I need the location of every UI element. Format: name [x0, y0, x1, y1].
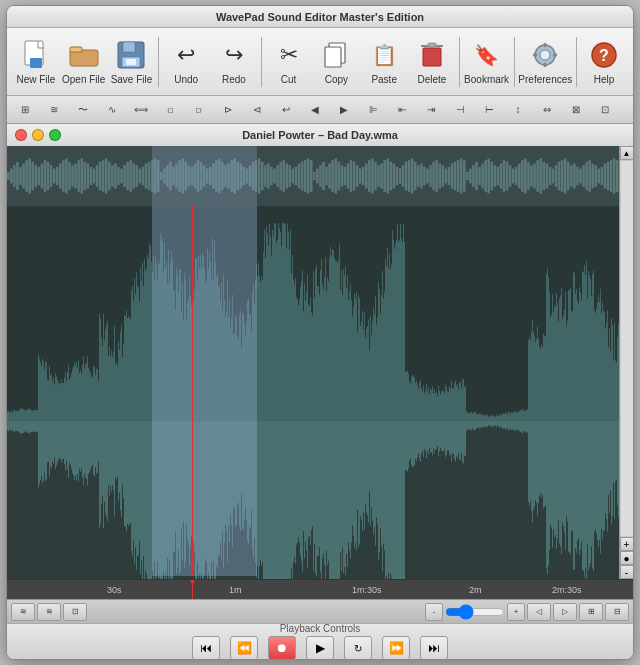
sec-btn-12[interactable]: ▶	[330, 99, 358, 121]
bookmark-icon: 🔖	[471, 39, 503, 71]
timeline: 30s 1m 1m:30s 2m 2m:30s	[7, 579, 633, 599]
timeline-label-30s: 30s	[107, 585, 122, 595]
sec-btn-19[interactable]: ⇔	[533, 99, 561, 121]
waveform-area[interactable]: ▲ + ● -	[7, 146, 633, 579]
redo-icon: ↪	[218, 39, 250, 71]
sec-btn-16[interactable]: ⊣	[446, 99, 474, 121]
file-title-bar: Daniel Powter – Bad Day.wma	[7, 124, 633, 146]
fast-forward-button[interactable]: ⏩	[382, 636, 410, 659]
copy-button[interactable]: Copy	[313, 33, 359, 91]
bottom-btn-nav-1[interactable]: ◁	[527, 603, 551, 621]
maximize-button[interactable]	[49, 129, 61, 141]
sec-btn-8[interactable]: ⊳	[214, 99, 242, 121]
sec-btn-18[interactable]: ↕	[504, 99, 532, 121]
bookmark-button[interactable]: 🔖 Bookmark	[464, 33, 510, 91]
svg-rect-9	[325, 47, 341, 67]
sec-btn-3[interactable]: 〜	[69, 99, 97, 121]
new-file-icon	[20, 39, 52, 71]
svg-rect-17	[533, 53, 537, 56]
skip-end-button[interactable]: ⏭	[420, 636, 448, 659]
minimize-button[interactable]	[32, 129, 44, 141]
playback-controls: ⏮ ⏪ ⏺ ▶ ↻ ⏩ ⏭	[192, 636, 448, 659]
sec-btn-20[interactable]: ⊠	[562, 99, 590, 121]
selection-region	[152, 206, 257, 576]
delete-button[interactable]: Delete	[409, 33, 455, 91]
sec-btn-2[interactable]: ≋	[40, 99, 68, 121]
bottom-btn-1[interactable]: ≋	[11, 603, 35, 621]
playback-controls-bar: Playback Controls ⏮ ⏪ ⏺ ▶ ↻ ⏩ ⏭	[7, 623, 633, 659]
svg-text:?: ?	[599, 47, 609, 64]
title-bar: WavePad Sound Editor Master's Edition	[7, 6, 633, 28]
cut-icon: ✂	[273, 39, 305, 71]
undo-button[interactable]: ↩ Undo	[163, 33, 209, 91]
separator-4	[514, 37, 515, 87]
new-file-button[interactable]: New File	[13, 33, 59, 91]
secondary-toolbar: ⊞ ≋ 〜 ∿ ⟺ ⟤ ⟥ ⊳ ⊲ ↩ ◀ ▶ ⊫ ⇤ ⇥ ⊣ ⊢ ↕ ⇔ ⊠ …	[7, 96, 633, 124]
svg-rect-10	[423, 48, 441, 66]
playback-label: Playback Controls	[280, 623, 361, 634]
sec-btn-10[interactable]: ↩	[272, 99, 300, 121]
sec-btn-14[interactable]: ⇤	[388, 99, 416, 121]
record-button[interactable]: ⏺	[268, 636, 296, 659]
file-title: Daniel Powter – Bad Day.wma	[242, 129, 398, 141]
sec-btn-7[interactable]: ⟥	[185, 99, 213, 121]
bottom-btn-3[interactable]: ⊡	[63, 603, 87, 621]
zoom-out-btn[interactable]: -	[425, 603, 443, 621]
svg-rect-3	[70, 47, 82, 52]
timeline-label-2m: 2m	[469, 585, 482, 595]
bottom-btn-nav-4[interactable]: ⊟	[605, 603, 629, 621]
save-file-button[interactable]: Save File	[109, 33, 155, 91]
timeline-label-1m30s: 1m:30s	[352, 585, 382, 595]
open-file-icon	[68, 39, 100, 71]
redo-button[interactable]: ↪ Redo	[211, 33, 257, 91]
open-file-button[interactable]: Open File	[61, 33, 107, 91]
cut-button[interactable]: ✂ Cut	[266, 33, 312, 91]
copy-icon	[320, 39, 352, 71]
close-button[interactable]	[15, 129, 27, 141]
preferences-icon	[529, 39, 561, 71]
sec-btn-15[interactable]: ⇥	[417, 99, 445, 121]
rewind-button[interactable]: ⏪	[230, 636, 258, 659]
sec-btn-11[interactable]: ◀	[301, 99, 329, 121]
timeline-label-1m: 1m	[229, 585, 242, 595]
sec-btn-4[interactable]: ∿	[98, 99, 126, 121]
zoom-in-btn[interactable]: +	[507, 603, 525, 621]
zoom-slider[interactable]	[445, 607, 505, 617]
sec-btn-17[interactable]: ⊢	[475, 99, 503, 121]
scroll-zoom-out[interactable]: -	[620, 565, 634, 579]
bottom-btn-2[interactable]: ≋	[37, 603, 61, 621]
svg-rect-18	[553, 53, 557, 56]
separator-2	[261, 37, 262, 87]
svg-rect-12	[428, 43, 436, 47]
svg-point-14	[540, 50, 550, 60]
preferences-button[interactable]: Preferences	[518, 33, 572, 91]
scroll-zoom-in[interactable]: +	[620, 537, 634, 551]
window-controls	[15, 129, 61, 141]
bottom-btn-nav-3[interactable]: ⊞	[579, 603, 603, 621]
help-button[interactable]: ? Help	[581, 33, 627, 91]
scroll-zoom-mid[interactable]: ●	[620, 551, 634, 565]
delete-icon	[416, 39, 448, 71]
sec-btn-5[interactable]: ⟺	[127, 99, 155, 121]
scroll-up-button[interactable]: ▲	[620, 146, 634, 160]
sec-btn-6[interactable]: ⟤	[156, 99, 184, 121]
sec-btn-1[interactable]: ⊞	[11, 99, 39, 121]
bottom-btn-nav-2[interactable]: ▷	[553, 603, 577, 621]
skip-start-button[interactable]: ⏮	[192, 636, 220, 659]
sec-btn-13[interactable]: ⊫	[359, 99, 387, 121]
playback-cursor	[192, 206, 193, 576]
sec-btn-9[interactable]: ⊲	[243, 99, 271, 121]
separator-1	[158, 37, 159, 87]
bottom-toolbar: ≋ ≋ ⊡ - + ◁ ▷ ⊞ ⊟	[7, 599, 633, 623]
vertical-scrollbar[interactable]: ▲ + ● -	[619, 146, 633, 579]
help-icon: ?	[588, 39, 620, 71]
zoom-controls: - +	[425, 603, 525, 621]
svg-rect-15	[544, 43, 547, 47]
main-toolbar: New File Open File Save File	[7, 28, 633, 96]
svg-rect-7	[126, 59, 136, 65]
play-button[interactable]: ▶	[306, 636, 334, 659]
paste-button[interactable]: 📋 Paste	[361, 33, 407, 91]
sec-btn-21[interactable]: ⊡	[591, 99, 619, 121]
loop-button[interactable]: ↻	[344, 636, 372, 659]
paste-icon: 📋	[368, 39, 400, 71]
